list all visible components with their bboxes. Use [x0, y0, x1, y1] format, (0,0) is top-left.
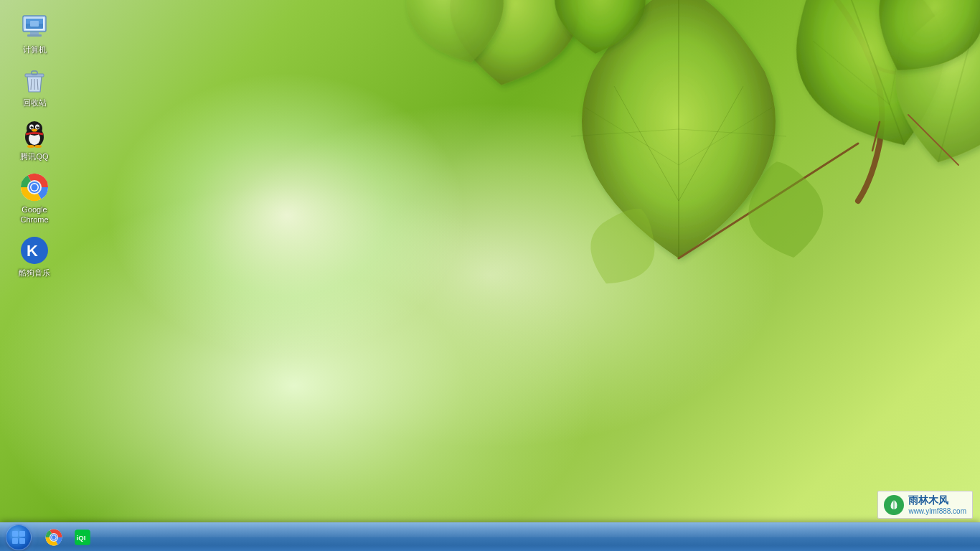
- svg-rect-23: [32, 71, 37, 75]
- recycle-icon-label: 回收站: [23, 98, 47, 108]
- svg-rect-49: [19, 538, 25, 544]
- watermark-url-text: www.ylmf888.com: [908, 507, 966, 515]
- desktop-icon-kuwo[interactable]: K 酷狗音乐: [7, 230, 62, 283]
- qq-icon: [20, 120, 49, 149]
- qq-icon-label: 腾讯QQ: [20, 151, 48, 161]
- watermark: 雨林木风 www.ylmf888.com: [877, 491, 973, 519]
- computer-icon: [20, 13, 49, 42]
- desktop-icon-chrome[interactable]: GoogleChrome: [7, 167, 62, 231]
- start-button[interactable]: [0, 523, 37, 552]
- svg-point-36: [32, 128, 37, 131]
- svg-rect-46: [12, 531, 18, 537]
- svg-rect-48: [12, 538, 18, 544]
- svg-text:K: K: [27, 242, 38, 260]
- svg-rect-18: [27, 34, 42, 37]
- svg-rect-21: [30, 21, 39, 27]
- svg-point-34: [32, 126, 33, 127]
- taskbar-icon-chrome[interactable]: [40, 525, 67, 550]
- taskbar-icons: iQI: [40, 523, 96, 551]
- kuwo-icon-label: 酷狗音乐: [19, 268, 50, 278]
- start-orb: [6, 524, 32, 550]
- chrome-icon: [20, 173, 49, 202]
- watermark-logo: [884, 495, 904, 515]
- chrome-icon-label: GoogleChrome: [20, 204, 48, 225]
- svg-point-37: [27, 145, 34, 148]
- svg-point-43: [32, 184, 38, 190]
- svg-point-38: [34, 145, 42, 148]
- taskbar: iQI: [0, 522, 980, 551]
- desktop-icons: 计算机 回收站: [7, 7, 62, 284]
- svg-rect-47: [19, 531, 25, 537]
- watermark-main-text: 雨林木风: [908, 494, 966, 507]
- desktop-icon-recycle[interactable]: 回收站: [7, 60, 62, 113]
- recycle-icon: [20, 66, 49, 95]
- kuwo-icon: K: [20, 236, 49, 265]
- desktop-icon-computer[interactable]: 计算机: [7, 7, 62, 60]
- svg-rect-17: [30, 32, 39, 34]
- svg-point-54: [52, 535, 55, 539]
- svg-point-35: [37, 126, 39, 127]
- svg-text:iQI: iQI: [77, 534, 86, 542]
- taskbar-icon-iqiyi[interactable]: iQI: [69, 525, 96, 550]
- desktop: 计算机 回收站: [0, 0, 980, 551]
- wallpaper-leaves: [370, 0, 980, 380]
- watermark-text-group: 雨林木风 www.ylmf888.com: [908, 494, 966, 515]
- computer-icon-label: 计算机: [23, 44, 47, 55]
- desktop-icon-qq[interactable]: 腾讯QQ: [7, 114, 62, 167]
